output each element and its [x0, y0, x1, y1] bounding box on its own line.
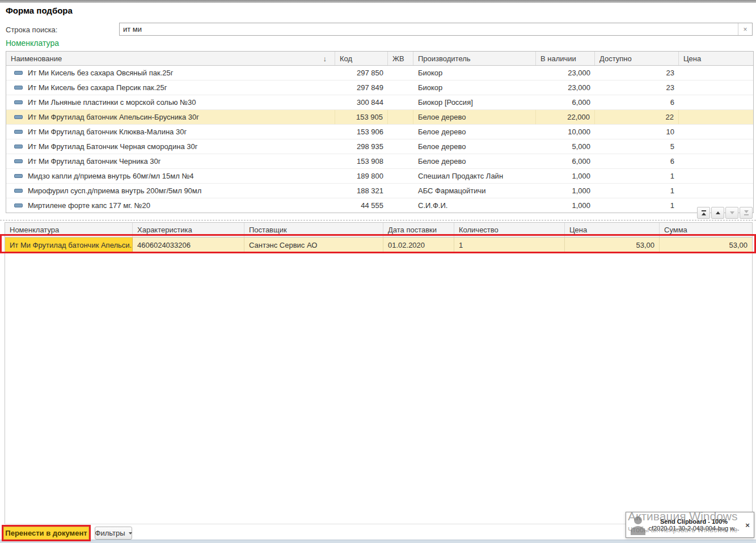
column-header-name[interactable]: Наименование↓ — [6, 52, 335, 65]
cell-price[interactable] — [679, 66, 753, 80]
cell-zhv[interactable] — [388, 169, 413, 183]
table-row[interactable]: Мидзо капли д/приема внутрь 60мг/мл 15мл… — [6, 169, 753, 184]
cell-name[interactable]: Мидзо капли д/приема внутрь 60мг/мл 15мл… — [6, 169, 335, 183]
cell-producer[interactable]: АБС Фармацойтичи — [413, 184, 536, 198]
search-field[interactable]: × — [119, 23, 753, 36]
column-header-quantity[interactable]: Количество — [454, 223, 565, 237]
cell-name[interactable]: Ит Ми Льняные пластинки с морской солью … — [6, 95, 335, 109]
cell-name[interactable]: Ит Ми Фрутилад Батончик Черная смородина… — [6, 139, 335, 154]
cell-producer[interactable]: Белое дерево — [413, 154, 536, 168]
column-header-supplier[interactable]: Поставщик — [244, 223, 383, 237]
cell-price[interactable] — [679, 184, 753, 198]
cell-name[interactable]: Ит Ми Фрутилад батончик Апельсин-Брусник… — [6, 110, 335, 124]
cell-characteristic[interactable]: 4606024033206 — [133, 237, 244, 252]
cell-producer[interactable]: Белое дерево — [413, 139, 536, 154]
pane-splitter[interactable] — [0, 220, 756, 220]
scroll-down-button[interactable] — [725, 207, 738, 219]
cell-available[interactable]: 5 — [595, 139, 679, 154]
cell-in_stock[interactable]: 1,000 — [536, 198, 595, 213]
cell-zhv[interactable] — [388, 139, 413, 154]
cell-sum[interactable]: 53,00 — [660, 237, 752, 252]
cell-available[interactable]: 1 — [595, 184, 679, 198]
column-header-available[interactable]: Доступно — [595, 52, 679, 65]
table-row[interactable]: Ит Ми Фрутилад батончик Клюква-Малина 30… — [6, 125, 753, 139]
cell-price[interactable] — [679, 110, 753, 124]
table-row[interactable]: Ит Ми Фрутилад батончик Черника 30г153 9… — [6, 154, 753, 169]
cell-nomenclature[interactable]: Ит Ми Фрутилад батончик Апельси... — [5, 237, 133, 252]
cell-code[interactable]: 153 908 — [335, 154, 388, 168]
column-header-producer[interactable]: Производитель — [413, 52, 536, 65]
cell-producer[interactable]: Белое дерево — [413, 125, 536, 139]
column-header-price[interactable]: Цена — [565, 223, 660, 237]
cell-producer[interactable]: Биокор — [413, 80, 536, 95]
transfer-to-document-button[interactable]: Перенести в документ — [3, 527, 89, 540]
clear-search-icon[interactable]: × — [738, 23, 752, 35]
cell-in_stock[interactable]: 6,000 — [536, 154, 595, 168]
table-row[interactable]: Ит Ми Кисель без сахара Персик пак.25г29… — [6, 80, 753, 95]
cell-name[interactable]: Мирофурил сусп.д/приема внутрь 200мг/5мл… — [6, 184, 335, 198]
cell-zhv[interactable] — [388, 80, 413, 95]
cell-in_stock[interactable]: 22,000 — [536, 110, 595, 124]
cell-delivery_date[interactable]: 01.02.2020 — [383, 237, 454, 252]
cell-in_stock[interactable]: 1,000 — [536, 169, 595, 183]
cell-code[interactable]: 189 800 — [335, 169, 388, 183]
cell-zhv[interactable] — [388, 154, 413, 168]
cell-code[interactable]: 153 906 — [335, 125, 388, 139]
cell-name[interactable]: Ит Ми Кисель без сахара Овсяный пак.25г — [6, 66, 335, 80]
cell-producer[interactable]: Белое дерево — [413, 110, 536, 124]
scroll-bottom-button[interactable] — [740, 207, 753, 219]
cell-zhv[interactable] — [388, 125, 413, 139]
cell-price[interactable] — [679, 154, 753, 168]
cell-name[interactable]: Ит Ми Фрутилад батончик Клюква-Малина 30… — [6, 125, 335, 139]
cell-zhv[interactable] — [388, 95, 413, 109]
cell-code[interactable]: 153 905 — [335, 110, 388, 124]
column-header-code[interactable]: Код — [335, 52, 388, 65]
cell-available[interactable]: 1 — [595, 198, 679, 213]
cell-quantity[interactable]: 1 — [454, 237, 565, 252]
table-row[interactable]: Миртилене форте капс 177 мг. №2044 555С.… — [6, 198, 753, 213]
cell-supplier[interactable]: Сантэнс Сервис АО — [244, 237, 383, 252]
cell-code[interactable]: 298 935 — [335, 139, 388, 154]
close-icon[interactable]: × — [741, 521, 754, 529]
selected-item-row[interactable]: Ит Ми Фрутилад батончик Апельси...460602… — [5, 237, 752, 252]
cell-in_stock[interactable]: 6,000 — [536, 95, 595, 109]
table-row[interactable]: Ит Ми Льняные пластинки с морской солью … — [6, 95, 753, 110]
cell-in_stock[interactable]: 1,000 — [536, 184, 595, 198]
cell-code[interactable]: 297 849 — [335, 80, 388, 95]
search-input[interactable] — [120, 23, 738, 35]
cell-producer[interactable]: Биокор [Россия] — [413, 95, 536, 109]
cell-name[interactable]: Ит Ми Фрутилад батончик Черника 30г — [6, 154, 335, 168]
cell-zhv[interactable] — [388, 66, 413, 80]
cell-code[interactable]: 44 555 — [335, 198, 388, 213]
cell-available[interactable]: 6 — [595, 95, 679, 109]
cell-in_stock[interactable]: 5,000 — [536, 139, 595, 154]
cell-available[interactable]: 23 — [595, 66, 679, 80]
cell-price[interactable]: 53,00 — [565, 237, 660, 252]
scroll-top-button[interactable] — [697, 207, 710, 219]
column-header-delivery_date[interactable]: Дата поставки — [383, 223, 454, 237]
cell-producer[interactable]: Спешиал Продактс Лайн — [413, 169, 536, 183]
cell-name[interactable]: Миртилене форте капс 177 мг. №20 — [6, 198, 335, 213]
filters-button[interactable]: Фильтры — [95, 527, 132, 540]
cell-code[interactable]: 300 844 — [335, 95, 388, 109]
cell-producer[interactable]: Биокор — [413, 66, 536, 80]
cell-zhv[interactable] — [388, 184, 413, 198]
cell-in_stock[interactable]: 23,000 — [536, 80, 595, 95]
cell-available[interactable]: 10 — [595, 125, 679, 139]
cell-zhv[interactable] — [388, 198, 413, 213]
cell-in_stock[interactable]: 10,000 — [536, 125, 595, 139]
column-header-characteristic[interactable]: Характеристика — [133, 223, 244, 237]
cell-available[interactable]: 23 — [595, 80, 679, 95]
cell-price[interactable] — [679, 125, 753, 139]
cell-in_stock[interactable]: 23,000 — [536, 66, 595, 80]
cell-price[interactable] — [679, 139, 753, 154]
column-header-in_stock[interactable]: В наличии — [536, 52, 595, 65]
cell-code[interactable]: 297 850 — [335, 66, 388, 80]
cell-price[interactable] — [679, 80, 753, 95]
cell-price[interactable] — [679, 169, 753, 183]
cell-zhv[interactable] — [388, 110, 413, 124]
column-header-sum[interactable]: Сумма — [660, 223, 752, 237]
table-row-selected[interactable]: Ит Ми Фрутилад батончик Апельсин-Брусник… — [6, 110, 753, 125]
cell-name[interactable]: Ит Ми Кисель без сахара Персик пак.25г — [6, 80, 335, 95]
cell-available[interactable]: 22 — [595, 110, 679, 124]
